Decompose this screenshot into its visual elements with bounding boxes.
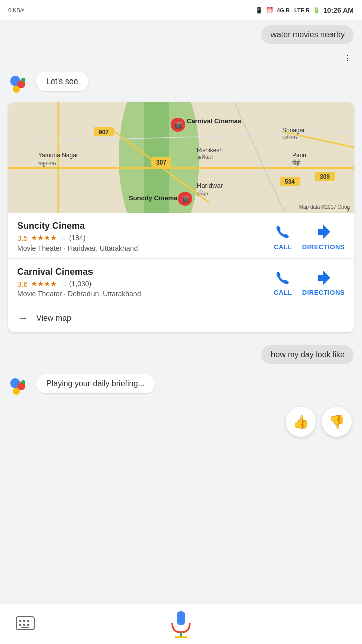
bottom-bar [0,604,362,644]
svg-point-2 [13,86,20,93]
carnival-directions-icon [314,269,332,287]
svg-text:पौड़ी: पौड़ी [292,159,301,166]
daily-briefing-bubble: Playing your daily briefing... [36,374,155,393]
suncity-cinema-name: Suncity Cinema [17,221,274,231]
svg-rect-48 [23,620,25,622]
suncity-actions: CALL DIRECTIONS [274,221,345,251]
time-display: 10:26 AM [323,6,354,14]
svg-marker-41 [318,271,330,285]
feedback-row: 👍 👎 [0,403,362,441]
carnival-stars: ★★★★ [31,279,57,288]
svg-point-44 [13,388,20,395]
svg-text:907: 907 [99,129,109,136]
user-message-2: how my day look like [261,345,354,364]
svg-point-3 [21,78,25,82]
phone-icon: 📱 [255,7,263,14]
suncity-rating-row: 3.5 ★★★★☆ (184) [17,233,274,243]
carnival-call-button[interactable]: CALL [274,269,292,296]
carnival-directions-label: DIRECTIONS [302,289,345,296]
suncity-half-star: ☆ [60,233,66,243]
suncity-cinema-item: Suncity Cinema 3.5 ★★★★☆ (184) Movie The… [8,213,354,259]
svg-text:307: 307 [156,159,166,166]
carnival-cinema-name: Carnival Cinemas [17,267,274,277]
carnival-reviews: (1,030) [69,280,92,288]
carnival-call-icon [274,269,292,287]
network-info: 4G R LTE R [277,7,310,13]
svg-point-45 [21,380,25,384]
svg-rect-54 [177,611,185,625]
suncity-rating: 3.5 [17,234,28,243]
suncity-reviews: (184) [69,234,86,242]
status-bar: 0 KB/s 📱 ⏰ 4G R LTE R 🔋 10:26 AM [0,0,362,20]
svg-marker-40 [318,225,330,239]
carnival-cinema-item: Carnival Cinemas 3.6 ★★★★☆ (1,030) Movie… [8,259,354,304]
suncity-stars: ★★★★ [31,233,57,243]
svg-text:Srinagar: Srinagar [282,127,305,134]
carnival-cinema-info: Carnival Cinemas 3.6 ★★★★☆ (1,030) Movie… [17,267,274,298]
svg-text:🎬: 🎬 [174,121,182,129]
assistant-response-1: Let's see [0,67,362,100]
thumbs-up-button[interactable]: 👍 [286,407,316,437]
svg-rect-53 [21,627,29,628]
carnival-directions-button[interactable]: DIRECTIONS [302,269,345,296]
user-message-1: water movies nearby [261,25,354,44]
svg-text:श्रीनगर: श्रीनगर [282,134,298,141]
svg-rect-47 [19,620,21,622]
suncity-directions-button[interactable]: DIRECTIONS [302,223,345,251]
chat-area: water movies nearby ⋮ Let's see [0,20,362,491]
keyboard-button[interactable] [15,616,35,633]
svg-text:309: 309 [320,173,330,180]
google-assistant-logo [8,73,30,95]
svg-text:534: 534 [285,178,295,185]
view-map-button[interactable]: → View map [8,304,354,332]
carnival-half-star: ☆ [60,279,66,288]
google-assistant-logo-2 [8,375,30,397]
data-speed: 0 KB/s [8,7,24,13]
view-map-label: View map [36,314,71,323]
svg-text:Pauri: Pauri [292,152,306,159]
map-image[interactable]: 907 307 534 309 7 Yamuna Nagar यमुनानगर … [8,102,354,213]
svg-text:Yamuna Nagar: Yamuna Nagar [38,152,78,159]
svg-rect-50 [19,624,21,626]
suncity-directions-icon [314,223,332,241]
arrow-right-icon: → [18,312,28,324]
svg-text:Haridwar: Haridwar [197,182,223,189]
more-options-button[interactable]: ⋮ [334,49,362,67]
svg-text:ऋषिकेश: ऋषिकेश [196,154,213,160]
svg-text:हरिद्वार: हरिद्वार [196,190,209,196]
carnival-actions: CALL DIRECTIONS [274,267,345,296]
suncity-call-label: CALL [274,243,292,251]
suncity-cinema-info: Suncity Cinema 3.5 ★★★★☆ (184) Movie The… [17,221,274,252]
svg-text:Rishikesh: Rishikesh [197,147,223,154]
suncity-call-icon [274,223,292,241]
carnival-type-location: Movie Theater · Dehradun, Uttarakhand [17,290,274,298]
suncity-call-button[interactable]: CALL [274,223,292,251]
suncity-type-location: Movie Theater · Haridwar, Uttarakhand [17,244,274,252]
carnival-call-label: CALL [274,289,292,296]
svg-rect-51 [23,624,25,626]
thumbs-down-button[interactable]: 👎 [322,407,352,437]
microphone-button[interactable] [166,609,196,639]
svg-rect-52 [27,624,29,626]
carnival-rating: 3.6 [17,280,28,288]
svg-text:Carnival Cinemas: Carnival Cinemas [187,117,241,125]
map-data-credit: Map data ©2017 Goog [299,204,350,210]
assistant-response-2: Playing your daily briefing... [0,369,362,403]
status-icons: 📱 ⏰ 4G R LTE R 🔋 10:26 AM [255,6,354,14]
map-card: 907 307 534 309 7 Yamuna Nagar यमुनानगर … [8,102,354,332]
battery-icon: 🔋 [313,7,320,14]
svg-text:Suncity Cinema: Suncity Cinema [129,194,178,202]
svg-rect-49 [27,620,29,622]
alarm-icon: ⏰ [266,7,274,14]
carnival-rating-row: 3.6 ★★★★☆ (1,030) [17,279,274,288]
svg-text:यमुनानगर: यमुनानगर [38,160,57,167]
lets-see-bubble: Let's see [36,72,88,91]
svg-text:🎬: 🎬 [182,195,189,203]
suncity-directions-label: DIRECTIONS [302,243,345,251]
